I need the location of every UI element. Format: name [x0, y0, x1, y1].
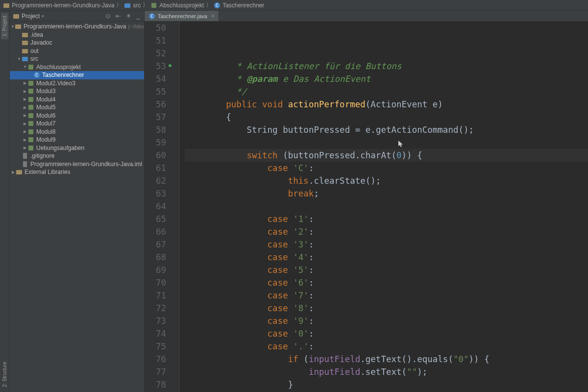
tree-arrow-icon[interactable]: ▼ — [17, 57, 22, 61]
tree-item[interactable]: CTaschenrechner — [10, 71, 144, 79]
tree-item[interactable]: ▼Programmieren-lernen-Grundkurs-Java(~/I… — [10, 23, 144, 31]
hide-icon[interactable]: ⎯ — [135, 13, 141, 19]
line-number: 71 — [145, 289, 166, 302]
tree-item[interactable]: ▼Abschlussprojekt — [10, 63, 144, 72]
tree-item[interactable]: ▼src — [10, 55, 144, 63]
code-line[interactable]: break; — [185, 187, 588, 200]
code-line[interactable] — [185, 200, 588, 213]
chevron-right-icon: 〉 — [116, 1, 122, 9]
breadcrumb-label: Abschlussprojekt — [159, 2, 204, 9]
code-line[interactable]: * ActionListener für die Buttons — [185, 60, 588, 73]
code-line[interactable]: String buttonPressed = e.getActionComman… — [185, 123, 588, 136]
autoscroll-icon[interactable]: ⊙ — [104, 13, 112, 19]
code-line[interactable]: case '0': — [185, 327, 588, 340]
editor-tab-taschenrechner[interactable]: C Taschenrechner.java ✕ — [145, 11, 219, 21]
folder-icon — [15, 23, 22, 30]
code-line[interactable]: case '6': — [185, 276, 588, 289]
tree-arrow-icon[interactable]: ▶ — [23, 138, 27, 142]
file-icon — [22, 161, 28, 168]
line-number: 55 — [145, 85, 166, 98]
tree-item[interactable]: ▶Modul3 — [10, 87, 144, 96]
tree-arrow-icon[interactable]: ▼ — [23, 65, 27, 69]
tree-item[interactable]: ▶Modul9 — [10, 136, 144, 144]
svg-rect-14 — [28, 81, 33, 86]
tree-arrow-icon[interactable]: ▼ — [11, 24, 15, 29]
tree-arrow-icon[interactable]: ▶ — [23, 105, 27, 110]
tree-item[interactable]: ▶Modul4 — [10, 96, 144, 104]
line-number: 58 — [145, 123, 166, 136]
tree-arrow-icon[interactable]: ▶ — [23, 97, 27, 101]
code-content[interactable]: * ActionListener für die Buttons * @para… — [180, 22, 588, 392]
project-tree[interactable]: ▼Programmieren-lernen-Grundkurs-Java(~/I… — [10, 22, 144, 392]
gear-icon[interactable]: ✶ — [125, 13, 132, 19]
code-line[interactable]: case '9': — [185, 315, 588, 327]
chevron-down-icon[interactable]: ▾ — [42, 14, 44, 19]
code-line[interactable]: * @param e Das ActionEvent — [185, 73, 588, 85]
breadcrumb-label: src — [133, 2, 141, 9]
tool-window-project[interactable]: 1: Project — [1, 13, 8, 39]
code-line[interactable]: case '5': — [185, 264, 588, 276]
tree-item[interactable]: ▶Modul2.Video3 — [10, 79, 144, 88]
tree-item[interactable]: ▶Modul8 — [10, 128, 144, 136]
override-marker-icon[interactable] — [169, 64, 172, 67]
tree-arrow-icon[interactable]: ▶ — [23, 89, 27, 94]
code-line[interactable]: } — [185, 378, 588, 391]
folder-icon — [3, 2, 10, 9]
tree-arrow-icon[interactable]: ▶ — [23, 113, 27, 118]
tree-item-label: src — [30, 55, 38, 62]
code-line[interactable]: case '3': — [185, 238, 588, 251]
tree-arrow-icon[interactable]: ▶ — [23, 122, 27, 126]
tree-arrow-icon[interactable]: ▶ — [11, 170, 16, 174]
code-line[interactable]: case '.': — [185, 340, 588, 353]
code-line[interactable]: case '7': — [185, 289, 588, 302]
code-line[interactable]: { — [185, 111, 588, 123]
tree-item[interactable]: .gitignore — [10, 152, 144, 160]
tree-item[interactable]: Javadoc — [10, 39, 144, 47]
code-editor[interactable]: 5051525354555657585960616263646566676869… — [145, 22, 588, 392]
tree-item[interactable]: ▶Modul6 — [10, 112, 144, 120]
tree-item[interactable]: out — [10, 47, 144, 55]
tree-item[interactable]: Programmieren-lernen-Grundkurs-Java.iml — [10, 160, 144, 169]
code-line[interactable]: if (inputField.getText().equals("0")) { — [185, 353, 588, 366]
code-line[interactable]: case 'C': — [185, 162, 588, 174]
tree-item[interactable]: ▶External Libraries — [10, 168, 144, 176]
breadcrumb-item[interactable]: Abschlussprojekt — [150, 2, 204, 9]
breadcrumb-item[interactable]: Programmieren-lernen-Grundkurs-Java — [3, 2, 114, 9]
svg-rect-10 — [22, 57, 28, 61]
tree-item[interactable]: ▶Modul5 — [10, 103, 144, 112]
code-line[interactable]: inputField.setText(""); — [185, 366, 588, 378]
tool-window-structure[interactable]: 2: Structure — [1, 359, 8, 390]
line-number: 54 — [145, 73, 166, 85]
line-number-gutter: 5051525354555657585960616263646566676869… — [145, 22, 172, 392]
tree-item[interactable]: .idea — [10, 31, 144, 39]
line-number: 61 — [145, 162, 166, 174]
svg-rect-8 — [22, 41, 28, 45]
breadcrumb-item[interactable]: CTaschenrechner — [214, 2, 264, 9]
code-line[interactable]: case '4': — [185, 251, 588, 264]
project-panel-title: Project — [22, 13, 40, 20]
tree-arrow-icon[interactable]: ▶ — [23, 146, 27, 150]
code-line[interactable] — [185, 136, 588, 149]
tree-item[interactable]: ▶Modul7 — [10, 120, 144, 128]
code-line[interactable]: switch (buttonPressed.charAt(0)) { — [185, 149, 588, 162]
tree-item-label: Javadoc — [30, 39, 52, 46]
tree-item-path: (~/IdeaProj — [128, 24, 144, 29]
code-line[interactable]: case '1': — [185, 213, 588, 225]
line-number: 66 — [145, 225, 166, 238]
java-class-icon: C — [214, 2, 220, 9]
code-line[interactable]: case '2': — [185, 225, 588, 238]
tree-arrow-icon[interactable]: ▶ — [23, 81, 27, 85]
tree-item[interactable]: ▶Uebungsaufgaben — [10, 144, 144, 152]
line-number: 51 — [145, 34, 166, 47]
tree-item-label: Modul5 — [36, 104, 55, 111]
collapse-all-icon[interactable]: ⇤ — [115, 13, 122, 19]
code-line[interactable]: this.clearState(); — [185, 174, 588, 187]
svg-rect-7 — [22, 33, 28, 37]
code-line[interactable]: public void actionPerformed(ActionEvent … — [185, 98, 588, 111]
code-line[interactable]: case '8': — [185, 302, 588, 315]
close-icon[interactable]: ✕ — [211, 13, 215, 19]
breadcrumb-item[interactable]: src — [124, 2, 141, 9]
tree-arrow-icon[interactable]: ▶ — [23, 129, 27, 134]
package-icon — [27, 120, 34, 127]
code-line[interactable]: */ — [185, 85, 588, 98]
